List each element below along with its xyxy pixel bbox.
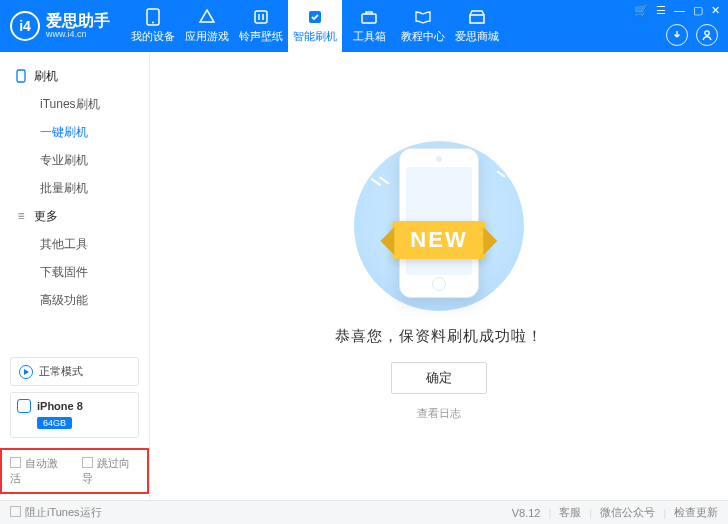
flash-options: 自动激活 跳过向导: [0, 448, 149, 494]
book-icon: [414, 8, 432, 26]
flash-icon: [306, 8, 324, 26]
tab-label: 智能刷机: [293, 29, 337, 44]
status-bar: 阻止iTunes运行 V8.12 | 客服 | 微信公众号 | 检查更新: [0, 500, 728, 524]
view-log-link[interactable]: 查看日志: [417, 406, 461, 421]
svg-rect-7: [17, 70, 25, 82]
sidebar-group-flash: 刷机: [0, 62, 149, 90]
tab-tutorials[interactable]: 教程中心: [396, 0, 450, 52]
new-ribbon: NEW: [392, 221, 485, 259]
tab-label: 爱思商城: [455, 29, 499, 44]
checkbox-skip-guide[interactable]: 跳过向导: [82, 456, 140, 486]
account-button[interactable]: [696, 24, 718, 46]
capacity-badge: 64GB: [37, 417, 72, 429]
header-actions: [666, 24, 718, 46]
group-label: 刷机: [34, 68, 58, 85]
top-tabs: 我的设备 应用游戏 铃声壁纸 智能刷机 工具箱: [126, 0, 504, 52]
check-update-link[interactable]: 检查更新: [674, 505, 718, 520]
window-controls: 🛒 ☰ — ▢ ✕: [634, 4, 720, 17]
tab-label: 教程中心: [401, 29, 445, 44]
list-icon: ≡: [14, 209, 28, 223]
play-icon: [19, 365, 33, 379]
tab-label: 应用游戏: [185, 29, 229, 44]
brand-name: 爱思助手: [46, 13, 110, 29]
tab-my-device[interactable]: 我的设备: [126, 0, 180, 52]
device-icon: [17, 399, 31, 413]
tab-label: 我的设备: [131, 29, 175, 44]
brand-url: www.i4.cn: [46, 29, 110, 39]
logo-icon: i4: [10, 11, 40, 41]
svg-rect-4: [362, 14, 376, 23]
phone-icon: [144, 8, 162, 26]
minimize-icon[interactable]: —: [674, 4, 685, 17]
close-icon[interactable]: ✕: [711, 4, 720, 17]
sidebar-item-batchflash[interactable]: 批量刷机: [0, 174, 149, 202]
tab-label: 工具箱: [353, 29, 386, 44]
success-illustration: NEW: [324, 141, 554, 311]
download-button[interactable]: [666, 24, 688, 46]
svg-point-6: [705, 31, 709, 35]
success-message: 恭喜您，保资料刷机成功啦！: [335, 327, 543, 346]
sidebar: 刷机 iTunes刷机 一键刷机 专业刷机 批量刷机 ≡ 更多 其他工具 下载固…: [0, 52, 150, 500]
sidebar-item-advanced[interactable]: 高级功能: [0, 286, 149, 314]
svg-rect-2: [255, 11, 267, 23]
app-logo: i4 爱思助手 www.i4.cn: [0, 11, 120, 41]
version-label: V8.12: [512, 507, 541, 519]
title-bar: i4 爱思助手 www.i4.cn 我的设备 应用游戏 铃声壁纸: [0, 0, 728, 52]
tab-apps[interactable]: 应用游戏: [180, 0, 234, 52]
store-icon: [468, 8, 486, 26]
cart-icon[interactable]: 🛒: [634, 4, 648, 17]
tab-flash[interactable]: 智能刷机: [288, 0, 342, 52]
maximize-icon[interactable]: ▢: [693, 4, 703, 17]
mode-status[interactable]: 正常模式: [10, 357, 139, 386]
support-link[interactable]: 客服: [559, 505, 581, 520]
phone-outline-icon: [14, 69, 28, 83]
toolbox-icon: [360, 8, 378, 26]
mode-label: 正常模式: [39, 364, 83, 379]
group-label: 更多: [34, 208, 58, 225]
sidebar-item-oneclick[interactable]: 一键刷机: [0, 118, 149, 146]
sidebar-item-download-fw[interactable]: 下载固件: [0, 258, 149, 286]
sidebar-item-othertools[interactable]: 其他工具: [0, 230, 149, 258]
checkbox-auto-activate[interactable]: 自动激活: [10, 456, 68, 486]
tab-label: 铃声壁纸: [239, 29, 283, 44]
main-panel: NEW 恭喜您，保资料刷机成功啦！ 确定 查看日志: [150, 52, 728, 500]
menu-icon[interactable]: ☰: [656, 4, 666, 17]
sidebar-item-itunesflash[interactable]: iTunes刷机: [0, 90, 149, 118]
svg-point-1: [152, 22, 154, 24]
device-name: iPhone 8: [37, 400, 83, 412]
checkbox-block-itunes[interactable]: 阻止iTunes运行: [10, 505, 102, 520]
wechat-link[interactable]: 微信公众号: [600, 505, 655, 520]
apps-icon: [198, 8, 216, 26]
tab-store[interactable]: 爱思商城: [450, 0, 504, 52]
music-icon: [252, 8, 270, 26]
tab-tools[interactable]: 工具箱: [342, 0, 396, 52]
sidebar-group-more: ≡ 更多: [0, 202, 149, 230]
svg-rect-5: [470, 15, 484, 23]
sidebar-item-proflash[interactable]: 专业刷机: [0, 146, 149, 174]
confirm-button[interactable]: 确定: [391, 362, 487, 394]
device-card[interactable]: iPhone 8 64GB: [10, 392, 139, 438]
tab-ringtones[interactable]: 铃声壁纸: [234, 0, 288, 52]
